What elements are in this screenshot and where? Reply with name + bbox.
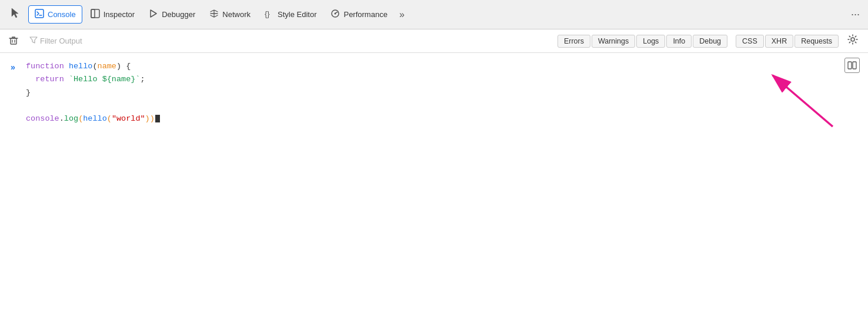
code-line-5: console.log(hello("world")) <box>26 112 861 125</box>
svg-marker-3 <box>151 10 156 17</box>
tab-debugger[interactable]: Debugger <box>143 6 201 23</box>
performance-icon <box>330 9 340 20</box>
console-chevron: » <box>11 61 15 74</box>
network-icon <box>209 9 219 20</box>
svg-rect-0 <box>35 9 44 18</box>
svg-point-10 <box>851 38 854 41</box>
filter-buttons: Errors Warnings Logs Info Debug CSS XHR … <box>557 35 839 48</box>
tab-network[interactable]: Network <box>203 6 256 23</box>
tab-performance[interactable]: Performance <box>325 6 393 23</box>
console-icon <box>35 9 44 20</box>
filter-warnings-button[interactable]: Warnings <box>592 35 635 48</box>
code-line-2: return `Hello ${name}`; <box>26 73 861 86</box>
tab-style-editor-label: Style Editor <box>278 10 316 19</box>
style-editor-icon: {} <box>265 9 274 20</box>
tab-debugger-label: Debugger <box>162 10 195 19</box>
svg-rect-7 <box>11 38 16 44</box>
svg-rect-11 <box>848 62 852 69</box>
tab-console[interactable]: Console <box>28 5 82 24</box>
filter-info-button[interactable]: Info <box>666 35 692 48</box>
console-content: » function hello(name) { return `Hello $… <box>0 53 868 312</box>
tab-network-label: Network <box>222 10 251 19</box>
filter-css-button[interactable]: CSS <box>736 35 764 48</box>
tab-console-label: Console <box>48 10 76 19</box>
ellipsis-button[interactable]: ··· <box>847 5 863 24</box>
split-view-button[interactable] <box>844 58 860 73</box>
svg-rect-2 <box>91 9 95 18</box>
clear-console-button[interactable] <box>5 32 22 50</box>
filter-logs-button[interactable]: Logs <box>636 35 665 48</box>
console-code-block[interactable]: function hello(name) { return `Hello ${n… <box>26 60 861 125</box>
svg-point-6 <box>335 13 336 15</box>
filter-placeholder[interactable]: Filter Output <box>40 36 82 45</box>
tab-inspector[interactable]: Inspector <box>85 6 141 23</box>
code-line-4 <box>26 99 861 112</box>
filter-bar: Filter Output Errors Warnings Logs Info … <box>0 29 868 53</box>
svg-rect-1 <box>91 9 99 18</box>
toolbar: Console Inspector Debugger Network <box>0 0 868 29</box>
filter-xhr-button[interactable]: XHR <box>765 35 793 48</box>
code-line-3: } <box>26 87 861 99</box>
tab-inspector-label: Inspector <box>104 10 135 19</box>
debugger-icon <box>149 9 158 20</box>
filter-icon <box>29 36 38 46</box>
svg-text:{}: {} <box>265 9 270 18</box>
filter-errors-button[interactable]: Errors <box>557 35 590 48</box>
code-line-1: function hello(name) { <box>26 60 861 73</box>
console-input-line: » function hello(name) { return `Hello $… <box>0 60 868 125</box>
inspector-icon <box>91 9 100 20</box>
more-tabs-button[interactable]: » <box>396 6 408 23</box>
pointer-icon[interactable] <box>5 4 26 25</box>
filter-requests-button[interactable]: Requests <box>794 35 839 48</box>
tab-performance-label: Performance <box>343 10 387 19</box>
filter-debug-button[interactable]: Debug <box>693 35 727 48</box>
svg-rect-12 <box>853 62 856 69</box>
tab-style-editor[interactable]: {} Style Editor <box>259 6 322 23</box>
filter-input-area: Filter Output <box>26 34 554 48</box>
settings-button[interactable] <box>842 31 863 51</box>
